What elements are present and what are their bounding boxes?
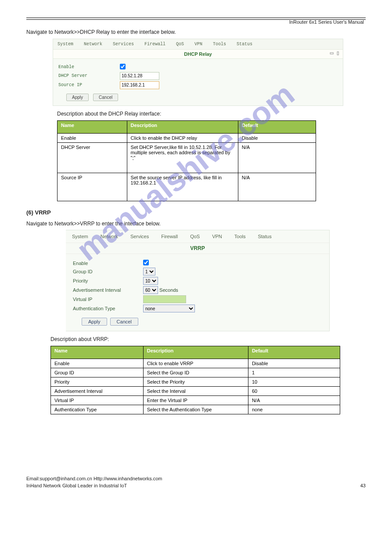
menu-item[interactable]: Status [258, 234, 271, 239]
dhcp-relay-screenshot: System Network Services Firewall QoS VPN… [53, 39, 343, 106]
menu-item[interactable]: Network [101, 234, 118, 239]
cell: Select the Priority [143, 377, 248, 387]
enable-checkbox[interactable] [120, 64, 126, 69]
menu-item[interactable]: Network [84, 42, 102, 47]
table-row: EnableClick to enable VRRPDisable [51, 359, 340, 368]
menu-item[interactable]: Tools [213, 42, 226, 47]
intro-paragraph: Navigate to Network>>DHCP Relay to enter… [26, 29, 366, 36]
menubar: System Network Services Firewall QoS VPN… [66, 230, 329, 243]
menu-item[interactable]: QoS [176, 42, 184, 47]
cell: Select the Group ID [143, 368, 248, 377]
enable-label: Enable [58, 65, 120, 69]
table-header: Description [143, 346, 248, 359]
cell: N/A [238, 142, 316, 173]
vrrp-table: Name Description Default EnableClick to … [50, 346, 340, 414]
table-header: Name [58, 120, 127, 133]
cell: 10 [248, 377, 340, 387]
cell: Enable [58, 133, 127, 142]
cell: DHCP Server [58, 142, 127, 173]
menu-item[interactable]: System [58, 42, 73, 47]
cell: Source IP [58, 173, 127, 201]
vrrp-intro: Navigate to Network>>VRRP to enter the i… [26, 220, 366, 228]
menu-item[interactable]: Services [113, 42, 134, 47]
menu-item[interactable]: Firewall [144, 42, 165, 47]
cell: none [248, 405, 340, 414]
cell: N/A [248, 396, 340, 405]
table-row: Source IP Set the source server IP addre… [58, 173, 316, 201]
virtual-ip-input[interactable] [143, 295, 186, 303]
table-header: Default [248, 346, 340, 359]
table-row: Authentication TypeSelect the Authentica… [51, 405, 340, 414]
table-row: DHCP Server Set DHCP Server,like fill in… [58, 142, 316, 173]
cell: Click to enable the DHCP relay [127, 133, 238, 142]
cell: Enter the Virtual IP [143, 396, 248, 405]
table-row: PrioritySelect the Priority10 [51, 377, 340, 387]
cell: N/A [238, 173, 316, 201]
cell: Select the Interval [143, 387, 248, 396]
menu-item[interactable]: VPN [212, 234, 222, 239]
virtual-ip-label: Virtual IP [73, 297, 143, 302]
footer-contact: Email:support@inhand.com.cn Http://www.i… [26, 476, 366, 481]
table-row: Virtual IPEnter the Virtual IPN/A [51, 396, 340, 405]
header-manual-title: InRouter 6x1 Series User's Manual [289, 19, 364, 25]
cancel-button[interactable]: Cancel [110, 318, 138, 326]
adv-interval-label: Advertisement Interval [73, 287, 143, 293]
apply-button[interactable]: Apply [66, 94, 89, 101]
cell: 1 [248, 368, 340, 377]
cell: Set DHCP Server,like fill in 10.52.1.28.… [127, 142, 238, 173]
footer-page-number: 43 [360, 483, 366, 488]
cell: Virtual IP [51, 396, 144, 405]
panel-title-text: DHCP Relay [184, 51, 212, 57]
seconds-suffix: Seconds [159, 287, 178, 293]
vrrp-heading: (6) VRRP [26, 209, 366, 216]
cell: Enable [51, 359, 144, 368]
source-ip-label: Source IP [58, 83, 120, 87]
cell: Select the Authentication Type [143, 405, 248, 414]
menu-item[interactable]: Status [237, 42, 252, 47]
table2-caption: Description about VRRP: [50, 336, 366, 343]
adv-interval-select[interactable]: 60 [143, 286, 158, 294]
cell: Advertisement Interval [51, 387, 144, 396]
cell: 60 [248, 387, 340, 396]
table-header: Description [127, 120, 238, 133]
cancel-button[interactable]: Cancel [93, 94, 118, 101]
priority-select[interactable]: 10 [143, 277, 158, 285]
auth-type-label: Authentication Type [73, 306, 143, 311]
table-row: Advertisement IntervalSelect the Interva… [51, 387, 340, 396]
auth-type-select[interactable]: none [143, 305, 195, 312]
table1-caption: Description about the DHCP Relay interfa… [57, 110, 366, 118]
panel-title: DHCP Relay ▭ ▯ [53, 49, 343, 59]
cell: Authentication Type [51, 405, 144, 414]
priority-label: Priority [73, 278, 143, 283]
menu-item[interactable]: System [72, 234, 88, 239]
cell: Disable [238, 133, 316, 142]
menu-item[interactable]: Firewall [161, 234, 178, 239]
dhcp-relay-table: Name Description Default Enable Click to… [57, 120, 316, 201]
dhcp-server-label: DHCP Server [58, 73, 120, 78]
table-header: Name [51, 346, 144, 359]
cell: Click to enable VRRP [143, 359, 248, 368]
menu-item[interactable]: VPN [194, 42, 202, 47]
window-controls-icon[interactable]: ▭ ▯ [330, 51, 340, 55]
source-ip-input[interactable] [120, 81, 159, 89]
menu-item[interactable]: QoS [190, 234, 200, 239]
menu-item[interactable]: Tools [234, 234, 246, 239]
cell: Priority [51, 377, 144, 387]
table-row: Group IDSelect the Group ID1 [51, 368, 340, 377]
table-row: Enable Click to enable the DHCP relay Di… [58, 133, 316, 142]
enable-label: Enable [73, 261, 143, 266]
dhcp-server-input[interactable] [120, 72, 159, 80]
cell: Set the source server IP address, like f… [127, 173, 238, 201]
vrrp-screenshot: System Network Services Firewall QoS VPN… [66, 230, 330, 331]
cell: Group ID [51, 368, 144, 377]
panel-title: VRRP [66, 243, 329, 254]
footer-brand: InHand Network Global Leader in Industri… [26, 483, 127, 488]
menu-item[interactable]: Services [130, 234, 149, 239]
table-header: Default [238, 120, 316, 133]
group-id-select[interactable]: 1 [143, 268, 155, 276]
group-id-label: Group ID [73, 269, 143, 274]
apply-button[interactable]: Apply [82, 318, 107, 326]
enable-checkbox[interactable] [143, 260, 149, 265]
cell: Disable [248, 359, 340, 368]
menubar: System Network Services Firewall QoS VPN… [53, 39, 343, 49]
